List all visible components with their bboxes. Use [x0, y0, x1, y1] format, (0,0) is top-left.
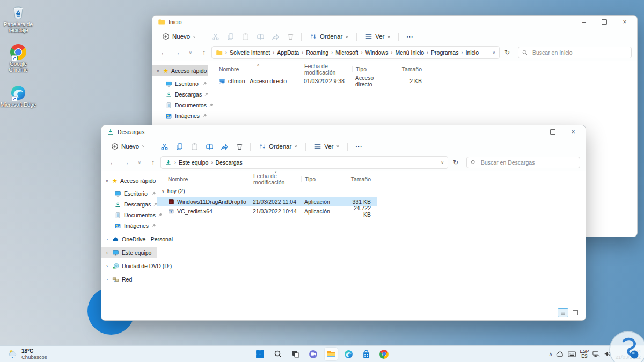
tray-overflow-button[interactable]: ∧ [549, 351, 553, 357]
minimize-button[interactable]: – [522, 126, 543, 138]
sidebar-item-imagenes[interactable]: Imágenes [152, 110, 208, 121]
back-button[interactable]: ← [158, 49, 170, 56]
close-button[interactable]: × [563, 126, 583, 138]
breadcrumb-item[interactable]: Solvetic Internet [230, 49, 270, 56]
file-explorer-button[interactable] [325, 348, 338, 360]
breadcrumb-item[interactable]: Windows [365, 49, 389, 56]
back-button[interactable]: ← [107, 159, 119, 166]
start-button[interactable] [254, 348, 267, 360]
column-header-fecha[interactable]: ∨Fecha de modificación [250, 173, 301, 186]
sort-button[interactable]: Ordenar ∨ [305, 31, 353, 42]
breadcrumb-item[interactable]: Inicio [465, 49, 479, 56]
divider [153, 143, 153, 151]
edge-button[interactable] [342, 348, 355, 360]
microsoft-store-button[interactable] [360, 348, 373, 360]
sidebar-item-descargas[interactable]: Descargas [152, 89, 208, 100]
paste-button[interactable] [187, 141, 201, 152]
delete-button[interactable] [232, 141, 246, 152]
search-input[interactable] [466, 157, 580, 168]
search-button[interactable] [272, 348, 284, 360]
cut-button[interactable] [208, 31, 222, 42]
sidebar-item-quick-access[interactable]: ∨ ★ Acceso rápido [101, 175, 157, 186]
titlebar[interactable]: Descargas – × [101, 125, 586, 138]
sidebar-item-imagenes[interactable]: Imágenes [101, 220, 157, 231]
maximize-button[interactable] [594, 16, 614, 28]
more-options-button[interactable]: ⋯ [402, 31, 416, 42]
breadcrumb-item[interactable]: Microsoft [335, 49, 358, 56]
column-header-tipo[interactable]: Tipo [352, 66, 393, 72]
breadcrumb-item[interactable]: Descargas [215, 159, 242, 166]
breadcrumb-item[interactable]: Programas [431, 49, 458, 56]
chrome-button[interactable] [378, 348, 391, 360]
more-options-button[interactable]: ⋯ [352, 141, 365, 152]
task-view-button[interactable] [289, 348, 302, 360]
new-button[interactable]: Nuevo ∨ [158, 31, 200, 42]
address-dropdown-button[interactable]: ∨ [492, 50, 495, 55]
sidebar-item-escritorio[interactable]: Escritorio [101, 188, 157, 199]
column-header-tamano[interactable]: Tamaño [342, 176, 374, 182]
view-button[interactable]: Ver ∨ [361, 31, 394, 42]
desktop-icon-microsoft-edge[interactable]: ↗ Microsoft Edge [0, 85, 36, 108]
sidebar-item-documentos[interactable]: Documentos [152, 100, 208, 110]
touch-keyboard-icon[interactable] [568, 351, 576, 357]
recent-locations-button[interactable]: ∨ [134, 160, 145, 165]
forward-button[interactable]: → [171, 49, 183, 56]
view-button[interactable]: Ver ∨ [310, 141, 343, 152]
up-button[interactable]: ↑ [198, 49, 210, 56]
column-header-nombre[interactable]: Nombre [165, 176, 250, 182]
share-button[interactable] [268, 31, 282, 42]
forward-button[interactable]: → [120, 159, 132, 166]
file-size: 2 KB [393, 78, 425, 84]
file-row-vc-redist-x64[interactable]: VC_redist.x64 21/03/2022 10:44 Aplicació… [157, 206, 377, 216]
close-button[interactable]: × [614, 16, 635, 28]
sidebar-item-dvd-drive[interactable]: › Unidad de DVD (D:) [101, 261, 157, 271]
desktop-icon-google-chrome[interactable]: ↗ Google Chrome [0, 44, 36, 73]
breadcrumb-item[interactable]: Roaming [306, 49, 328, 56]
maximize-button[interactable] [543, 126, 563, 138]
language-indicator[interactable]: ESP ES [580, 349, 589, 359]
refresh-button[interactable]: ↻ [450, 159, 462, 166]
breadcrumb-item[interactable]: AppData [277, 49, 299, 56]
sidebar-item-quick-access[interactable]: ∨ ★ Acceso rápido [152, 65, 208, 76]
copy-button[interactable] [172, 141, 186, 152]
delete-button[interactable] [283, 31, 297, 42]
minimize-button[interactable]: – [574, 16, 594, 28]
group-header-hoy[interactable]: ∨ hoy (2) [157, 187, 586, 195]
recent-locations-button[interactable]: ∨ [185, 50, 196, 55]
icons-view-button[interactable] [570, 308, 580, 316]
chat-button[interactable] [307, 348, 320, 360]
search-input[interactable] [518, 47, 632, 58]
breadcrumb[interactable]: › Este equipo › Descargas ∨ [160, 156, 448, 169]
onedrive-tray-icon[interactable] [556, 351, 564, 357]
file-row-ctfmon[interactable]: ctfmon - Acceso directo 01/03/2022 9:38 … [208, 76, 637, 86]
sidebar-item-documentos[interactable]: Documentos [101, 210, 157, 220]
sidebar-item-red[interactable]: › Red [101, 274, 157, 285]
titlebar[interactable]: Inicio – × [152, 16, 637, 28]
rename-button[interactable] [202, 141, 216, 152]
column-header-tipo[interactable]: Tipo [301, 176, 342, 182]
breadcrumb[interactable]: › Solvetic Internet › AppData › Roaming … [211, 46, 500, 59]
desktop-icon-recycle-bin[interactable]: Papelera de reciclaje [0, 4, 36, 33]
sidebar-item-escritorio[interactable]: Escritorio [152, 78, 208, 89]
refresh-button[interactable]: ↻ [501, 49, 513, 56]
sort-button[interactable]: Ordenar ∨ [254, 141, 302, 152]
folder-icon [216, 49, 223, 56]
details-view-button[interactable] [558, 308, 568, 317]
sidebar-item-este-equipo[interactable]: › Este equipo [101, 247, 157, 258]
share-button[interactable] [217, 141, 231, 152]
column-header-tamano[interactable]: Tamaño [393, 66, 425, 72]
address-dropdown-button[interactable]: ∨ [441, 160, 444, 165]
sidebar-item-descargas[interactable]: Descargas [101, 199, 157, 210]
breadcrumb-item[interactable]: Este equipo [179, 159, 208, 166]
paste-button[interactable] [238, 31, 252, 42]
column-header-fecha[interactable]: Fecha de modificación [301, 63, 352, 76]
up-button[interactable]: ↑ [147, 159, 159, 166]
cut-button[interactable] [157, 141, 171, 152]
sidebar-item-onedrive[interactable]: › OneDrive - Personal [101, 234, 157, 245]
breadcrumb-item[interactable]: Menú Inicio [395, 49, 424, 56]
rename-button[interactable] [253, 31, 267, 42]
copy-button[interactable] [223, 31, 237, 42]
new-button[interactable]: Nuevo ∨ [107, 141, 149, 152]
network-tray-icon[interactable] [592, 351, 600, 357]
column-header-nombre[interactable]: ∧Nombre [216, 66, 301, 72]
